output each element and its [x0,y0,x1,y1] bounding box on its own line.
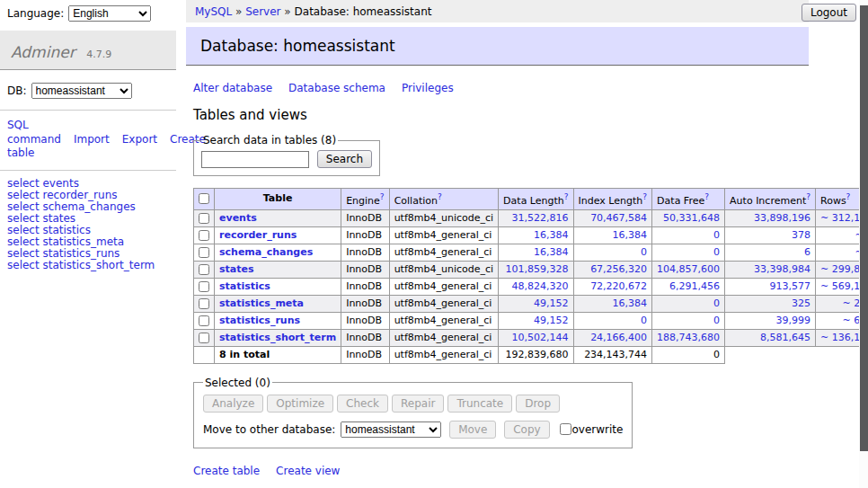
sidebar-table-link-select-statistics-short-term[interactable]: select statistics_short_term [7,260,169,271]
data_length-link[interactable]: 10,502,144 [512,332,569,343]
breadcrumb-link-server[interactable]: Server [245,5,280,18]
data_free-link[interactable]: 0 [713,297,720,309]
help-link-engine[interactable]: ? [380,192,385,201]
data_free-link[interactable]: 0 [713,246,720,258]
row-checkbox[interactable] [199,247,209,258]
data_free-link[interactable]: 50,331,648 [663,212,720,224]
data_length-link[interactable]: 48,824,320 [512,280,569,292]
auto_increment-link[interactable]: 33,398,984 [754,263,810,275]
row-checkbox-cell [194,209,215,226]
table-name-link[interactable]: states [219,263,254,275]
sidebar-table-link-select-statistics-runs[interactable]: select statistics_runs [7,248,169,260]
collation-cell: utf8mb4_general_ci [389,295,498,312]
data_length-link[interactable]: 49,152 [534,315,569,326]
index_length-link[interactable]: 0 [641,246,647,258]
sidebar-action-sql-command[interactable]: SQL command [7,119,61,146]
row-checkbox[interactable] [199,213,209,224]
help-link-auto-increment[interactable]: ? [806,192,810,201]
table-name-link[interactable]: events [219,212,257,224]
help-link-rows[interactable]: ? [846,192,851,201]
data_free-link[interactable]: 0 [713,229,720,241]
sidebar-action-import[interactable]: Import [74,133,110,146]
search-button[interactable]: Search [317,150,372,168]
search-input[interactable] [201,151,309,168]
sidebar-action-export[interactable]: Export [122,133,157,146]
auto_increment-link[interactable]: 39,999 [776,315,811,326]
db-select[interactable]: homeassistant [31,83,132,99]
help-link-index-length[interactable]: ? [642,192,647,201]
table-name-link[interactable]: statistics_runs [219,315,300,326]
copy-button[interactable]: Copy [504,421,549,439]
data_free-link[interactable]: 104,857,600 [657,263,720,275]
scrollbar-track[interactable] [859,0,868,488]
help-link-collation[interactable]: ? [438,192,442,201]
data_free-cell: 0 [652,244,725,261]
analyze-button[interactable]: Analyze [203,395,263,413]
row-checkbox[interactable] [199,315,209,326]
auto_increment-link[interactable]: 8,581,645 [760,332,810,343]
data_free-link[interactable]: 188,743,680 [657,332,720,343]
index_length-link[interactable]: 16,384 [613,229,648,241]
table-name-link[interactable]: statistics_meta [219,297,304,309]
overwrite-checkbox[interactable] [560,423,571,435]
database-schema-link[interactable]: Database schema [288,82,385,94]
index_length-link[interactable]: 70,467,584 [590,212,647,224]
data_length-link[interactable]: 16,384 [534,246,569,258]
sidebar-table-link-select-states[interactable]: select states [7,213,169,225]
sidebar-table-link-select-recorder-runs[interactable]: select recorder_runs [7,190,169,201]
move-button[interactable]: Move [449,421,496,439]
sidebar-table-link-select-events[interactable]: select events [7,178,169,190]
index_length-cell: 24,166,400 [573,329,652,346]
data_free-cell: 6,291,456 [652,278,725,295]
row-checkbox[interactable] [199,230,209,241]
data_length-link[interactable]: 49,152 [534,297,569,309]
index_length-link[interactable]: 24,166,400 [590,332,647,343]
row-checkbox[interactable] [199,333,209,343]
data_length-link[interactable]: 31,522,816 [512,212,569,224]
auto_increment-link[interactable]: 6 [804,246,810,258]
drop-button[interactable]: Drop [516,395,560,413]
auto_increment-link[interactable]: 33,898,196 [754,212,810,224]
scrollbar-thumb[interactable] [860,5,868,451]
repair-button[interactable]: Repair [392,395,444,413]
table-name-link[interactable]: schema_changes [219,246,313,258]
privileges-link[interactable]: Privileges [402,82,454,94]
index_length-link[interactable]: 72,220,672 [590,280,647,292]
auto_increment-link[interactable]: 325 [792,297,810,309]
index_length-link[interactable]: 16,384 [613,297,648,309]
data_free-link[interactable]: 6,291,456 [669,280,720,292]
truncate-button[interactable]: Truncate [447,395,512,413]
select-all-checkbox[interactable] [199,193,209,204]
total-engine-cell: InnoDB [341,346,389,363]
alter-database-link[interactable]: Alter database [193,82,272,94]
data_length-link[interactable]: 16,384 [534,229,569,241]
table-name-link[interactable]: statistics_short_term [219,332,336,343]
table-row-statistics_meta: statistics_metaInnoDButf8mb4_general_ci4… [194,295,868,312]
row-checkbox[interactable] [199,264,209,275]
index_length-link[interactable]: 0 [641,315,647,326]
index_length-link[interactable]: 67,256,320 [590,263,647,275]
row-checkbox[interactable] [199,298,209,309]
create-view-link[interactable]: Create view [276,465,340,477]
row-checkbox[interactable] [199,281,209,292]
sidebar-table-link-select-statistics[interactable]: select statistics [7,225,169,236]
language-select[interactable]: English [68,5,151,22]
help-link-data-free[interactable]: ? [704,192,709,201]
table-name-link[interactable]: recorder_runs [219,229,297,241]
create-table-link[interactable]: Create table [193,465,260,477]
help-link-data-length[interactable]: ? [564,192,569,201]
check-button[interactable]: Check [337,395,388,413]
breadcrumb-link-mysql[interactable]: MySQL [195,5,232,18]
collation-cell: utf8mb4_general_ci [389,312,498,329]
sidebar-table-link-select-statistics-meta[interactable]: select statistics_meta [7,236,169,248]
auto_increment-link[interactable]: 913,577 [770,280,811,292]
breadcrumb: MySQL » Server » Database: homeassistant [186,0,809,22]
data_free-link[interactable]: 0 [713,315,720,326]
data_length-link[interactable]: 101,859,328 [506,263,569,275]
optimize-button[interactable]: Optimize [267,395,333,413]
sidebar-table-link-select-schema-changes[interactable]: select schema_changes [7,201,169,213]
logout-button[interactable]: Logout [802,4,856,22]
table-name-link[interactable]: statistics [219,280,270,292]
move-db-select[interactable]: homeassistant [341,421,441,438]
auto_increment-link[interactable]: 378 [792,229,810,241]
